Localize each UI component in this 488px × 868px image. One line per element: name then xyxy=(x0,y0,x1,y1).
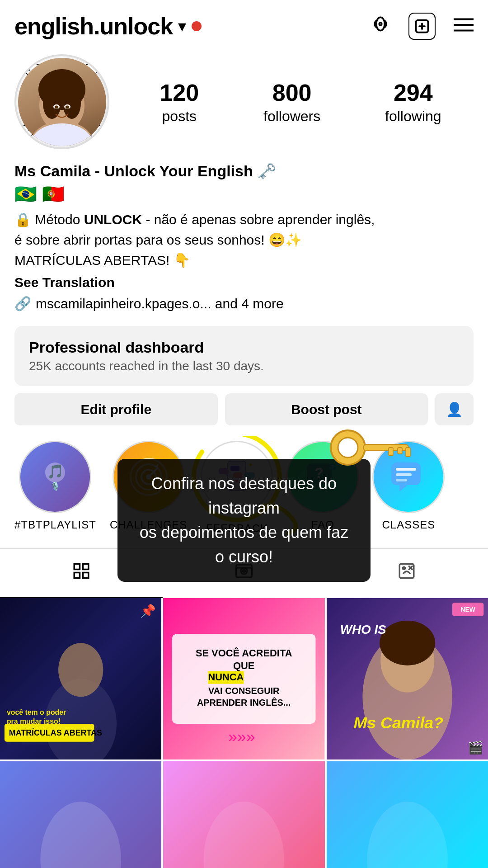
see-translation[interactable]: See Translation xyxy=(14,275,474,290)
app-header: english.unlock ▾ xyxy=(0,0,488,47)
key-icon xyxy=(325,423,416,472)
svg-point-88 xyxy=(380,621,435,665)
reel-indicator: 🎬 xyxy=(468,740,483,755)
action-buttons: Edit profile Boost post 👤 xyxy=(0,393,488,425)
highlights-container: 🎵 🎙️ #TBTPLAYLIST CHALLE xyxy=(0,436,488,544)
threads-icon[interactable] xyxy=(371,14,390,38)
svg-text:🎙️: 🎙️ xyxy=(50,481,61,491)
stats-section: 120 posts 800 followers 294 following xyxy=(127,79,474,125)
svg-rect-55 xyxy=(398,448,402,454)
bio-name: Ms Camila - Unlock Your English 🗝️ xyxy=(14,162,474,180)
svg-rect-57 xyxy=(74,564,80,569)
stat-followers[interactable]: 800 followers xyxy=(263,79,320,125)
highlight-label-tbt: #TBTPLAYLIST xyxy=(14,519,96,531)
post-item-4[interactable]: 🎬 xyxy=(0,761,161,868)
svg-text:🎵: 🎵 xyxy=(47,463,64,480)
svg-point-16 xyxy=(55,105,58,108)
post-4-bg xyxy=(0,761,161,868)
tooltip-overlay: Confira nos destaques do instagramos dep… xyxy=(117,459,371,582)
svg-text:Ms Camila?: Ms Camila? xyxy=(353,714,443,732)
post-item-1[interactable]: MATRÍCULAS ABERTAS você tem o poder pra … xyxy=(0,598,161,760)
header-left: english.unlock ▾ xyxy=(14,13,202,40)
svg-rect-59 xyxy=(74,573,80,578)
post-3-bg: WHO IS Ms Camila? NEW xyxy=(327,598,488,760)
stat-posts[interactable]: 120 posts xyxy=(160,79,199,125)
avatar-photo xyxy=(18,58,106,146)
svg-rect-60 xyxy=(83,573,89,578)
profile-section: 💬 🗨️ 💬 🗨️ xyxy=(0,47,488,158)
avatar-wrapper[interactable]: 💬 🗨️ 💬 🗨️ xyxy=(14,54,109,149)
svg-point-12 xyxy=(43,87,61,119)
add-person-button[interactable]: 👤 xyxy=(435,393,474,425)
svg-marker-47 xyxy=(399,485,408,491)
svg-point-0 xyxy=(376,17,385,30)
svg-point-66 xyxy=(403,567,405,569)
svg-point-1 xyxy=(379,23,382,25)
post-2-bg: SE VOCÊ ACREDITA QUE NUNCA VAI CONSEGUIR… xyxy=(163,598,324,760)
svg-text:»»»: »»» xyxy=(228,727,255,745)
bio-section: Ms Camila - Unlock Your English 🗝️ 🇧🇷 🇵🇹… xyxy=(0,158,488,319)
add-post-icon[interactable] xyxy=(408,13,436,40)
post-item-2[interactable]: SE VOCÊ ACREDITA QUE NUNCA VAI CONSEGUIR… xyxy=(163,598,324,760)
svg-rect-56 xyxy=(406,448,410,457)
tooltip-box: Confira nos destaques do instagramos dep… xyxy=(117,459,371,582)
svg-rect-50 xyxy=(396,479,407,481)
post-5-bg xyxy=(163,761,324,868)
bio-link[interactable]: 🔗 mscamilapinheiro.kpages.o... and 4 mor… xyxy=(14,296,474,311)
svg-text:WHO IS: WHO IS xyxy=(340,623,386,637)
dashboard-title: Professional dashboard xyxy=(29,339,459,356)
posts-count: 120 xyxy=(160,79,199,106)
grid-icon xyxy=(72,561,91,585)
key-emoji-container xyxy=(325,423,416,474)
post-item-3[interactable]: WHO IS Ms Camila? NEW 🎬 xyxy=(327,598,488,760)
svg-text:pra mudar isso!: pra mudar isso! xyxy=(7,717,61,725)
svg-rect-58 xyxy=(83,564,89,569)
tooltip-text: Confira nos destaques do instagramos dep… xyxy=(140,474,348,566)
header-icons xyxy=(371,13,474,40)
posts-grid: MATRÍCULAS ABERTAS você tem o poder pra … xyxy=(0,598,488,868)
svg-point-13 xyxy=(63,87,81,119)
tagged-icon xyxy=(397,561,416,585)
live-dot xyxy=(192,21,202,31)
svg-text:QUE: QUE xyxy=(233,660,254,671)
pin-icon: 📌 xyxy=(140,604,156,618)
posts-label: posts xyxy=(162,108,197,125)
svg-text:APRENDER INGLÊS...: APRENDER INGLÊS... xyxy=(197,697,291,708)
svg-text:NEW: NEW xyxy=(460,606,475,613)
svg-text:MATRÍCULAS ABERTAS: MATRÍCULAS ABERTAS xyxy=(9,728,102,737)
following-label: following xyxy=(385,108,441,125)
link-text: mscamilapinheiro.kpages.o... and 4 more xyxy=(36,296,284,311)
svg-text:VAI CONSEGUIR: VAI CONSEGUIR xyxy=(208,686,279,696)
menu-icon[interactable] xyxy=(454,15,474,38)
person-icon: 👤 xyxy=(446,402,463,417)
username[interactable]: english.unlock xyxy=(14,13,173,40)
post-1-bg: MATRÍCULAS ABERTAS você tem o poder pra … xyxy=(0,598,161,760)
svg-rect-54 xyxy=(389,448,393,456)
svg-point-71 xyxy=(58,643,103,697)
svg-text:NUNCA: NUNCA xyxy=(208,671,244,683)
post-item-5[interactable]: 🎬 xyxy=(163,761,324,868)
professional-dashboard[interactable]: Professional dashboard 25K accounts reac… xyxy=(14,326,474,386)
bio-text: 🔒 Método UNLOCK - não é apenas sobre apr… xyxy=(14,209,474,270)
svg-text:você tem o poder: você tem o poder xyxy=(7,708,66,716)
dropdown-icon[interactable]: ▾ xyxy=(178,17,186,36)
post-6-bg xyxy=(327,761,488,868)
bio-flags: 🇧🇷 🇵🇹 xyxy=(14,184,474,205)
boost-post-button[interactable]: Boost post xyxy=(225,393,428,425)
svg-point-52 xyxy=(338,438,358,458)
link-icon: 🔗 xyxy=(14,296,31,311)
avatar: 💬 🗨️ 💬 🗨️ xyxy=(14,54,109,149)
post-item-6[interactable]: 🎬 xyxy=(327,761,488,868)
followers-label: followers xyxy=(263,108,320,125)
stat-following[interactable]: 294 following xyxy=(385,79,441,125)
svg-text:SE VOCÊ ACREDITA: SE VOCÊ ACREDITA xyxy=(196,647,292,659)
highlight-tbtplaylist[interactable]: 🎵 🎙️ #TBTPLAYLIST xyxy=(14,441,96,535)
highlight-circle-tbt: 🎵 🎙️ xyxy=(19,441,91,513)
followers-count: 800 xyxy=(272,79,312,106)
dashboard-subtitle: 25K accounts reached in the last 30 days… xyxy=(29,359,459,373)
following-count: 294 xyxy=(394,79,433,106)
highlight-label-classes: CLASSES xyxy=(382,519,435,531)
edit-profile-button[interactable]: Edit profile xyxy=(14,393,218,425)
boost-label: Boost post xyxy=(291,402,362,417)
svg-point-19 xyxy=(31,123,93,146)
